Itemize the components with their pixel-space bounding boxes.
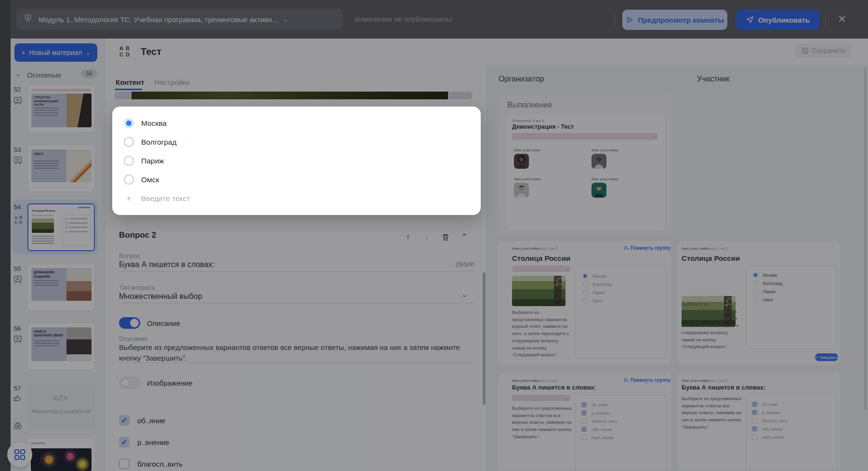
option-label: Омск [141,175,159,184]
plus-icon: + [124,193,134,204]
option-row[interactable]: Москва [112,114,481,133]
option-label: Москва [141,119,167,128]
option-row[interactable]: Омск [112,170,481,189]
option-row[interactable]: Париж [112,151,481,170]
radio-selected-icon[interactable] [124,118,134,128]
option-row[interactable]: Волгоград [112,133,481,151]
add-option-row[interactable]: + Введите текст [112,189,481,208]
option-label: Волгоград [141,138,177,147]
add-option-placeholder: Введите текст [141,194,190,203]
app-window: Модуль 1. Методология ТС. Учебная програ… [0,0,868,471]
radio-icon[interactable] [124,137,134,147]
radio-icon[interactable] [124,156,134,166]
answer-options-popup: Москва Волгоград Париж Омск + Введите те… [112,107,481,215]
modal-dim-overlay [0,0,868,471]
option-label: Париж [141,157,164,165]
radio-icon[interactable] [124,175,134,185]
